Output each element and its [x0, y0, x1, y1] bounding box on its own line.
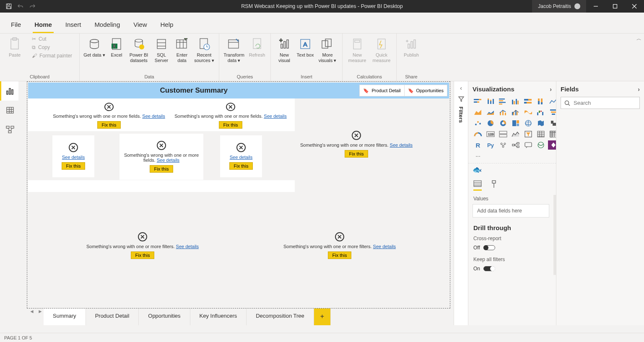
- slicer-icon[interactable]: [523, 130, 534, 139]
- fix-this-button[interactable]: Fix this: [150, 165, 174, 173]
- copy-button[interactable]: ⧉Copy: [30, 44, 74, 51]
- bookmark-opportunities[interactable]: 🔖Opportunities: [405, 85, 447, 96]
- see-details-link[interactable]: See details: [390, 142, 413, 148]
- hundred-column-icon[interactable]: [535, 97, 546, 106]
- decomposition-tree-icon[interactable]: [510, 140, 521, 150]
- visual-error-4[interactable]: ✕ Something's wrong with one or more fie…: [119, 134, 203, 180]
- visual-error-2[interactable]: ✕ Something's wrong with one or more fie…: [170, 100, 291, 131]
- fields-tab[interactable]: [473, 180, 482, 191]
- sql-server-button[interactable]: SQL Server: [152, 35, 171, 63]
- arcgis-icon[interactable]: [535, 140, 546, 150]
- see-details-link[interactable]: See details: [230, 155, 252, 160]
- kpi-icon[interactable]: [510, 130, 521, 139]
- filled-map-icon[interactable]: [535, 119, 546, 128]
- text-box-button[interactable]: AText box: [296, 35, 314, 58]
- menu-view[interactable]: View: [127, 17, 153, 33]
- new-measure-button[interactable]: New measure: [346, 35, 369, 63]
- visual-error-5[interactable]: ✕ See details Fix this: [220, 135, 262, 177]
- map-icon[interactable]: [523, 119, 534, 128]
- r-visual-icon[interactable]: R: [473, 140, 483, 150]
- clustered-bar-icon[interactable]: [498, 97, 509, 106]
- excel-button[interactable]: XExcel: [107, 35, 126, 58]
- multi-row-card-icon[interactable]: [498, 130, 509, 139]
- redo-icon[interactable]: [29, 3, 35, 9]
- paste-button[interactable]: Paste: [3, 35, 26, 58]
- key-influencers-icon[interactable]: [498, 140, 509, 150]
- menu-file[interactable]: File: [4, 17, 28, 33]
- line-stacked-column-icon[interactable]: [498, 108, 509, 117]
- visual-error-1[interactable]: ✕ Something's wrong with one or more fie…: [48, 100, 170, 131]
- python-visual-icon[interactable]: Py: [485, 140, 496, 150]
- stacked-column-icon[interactable]: [485, 97, 496, 106]
- enter-data-button[interactable]: +Enter data: [173, 35, 191, 63]
- search-input[interactable]: [574, 100, 644, 106]
- report-canvas[interactable]: Customer Summary 🔖Product Detail 🔖Opport…: [27, 81, 450, 308]
- pbi-datasets-button[interactable]: Power BI datasets: [127, 35, 150, 63]
- publish-button[interactable]: Publish: [400, 35, 423, 58]
- gauge-icon[interactable]: [473, 130, 483, 139]
- transform-data-button[interactable]: Transform data ▾: [223, 35, 245, 63]
- line-clustered-column-icon[interactable]: [510, 108, 521, 117]
- donut-icon[interactable]: [498, 119, 509, 128]
- get-data-button[interactable]: Get data ▾: [83, 35, 106, 58]
- format-tab[interactable]: [490, 180, 498, 191]
- scatter-icon[interactable]: [473, 119, 483, 128]
- waterfall-icon[interactable]: [535, 108, 546, 117]
- collapse-ribbon-icon[interactable]: ︿: [636, 35, 641, 42]
- fix-this-button[interactable]: Fix this: [229, 162, 253, 170]
- user-account[interactable]: Jacob Petraitis: [532, 0, 586, 13]
- area-chart-icon[interactable]: [473, 108, 483, 117]
- treemap-icon[interactable]: [510, 119, 521, 128]
- maximize-button[interactable]: [605, 0, 625, 13]
- cut-button[interactable]: ✂Cut: [30, 35, 74, 43]
- fields-search[interactable]: [561, 97, 640, 109]
- more-visuals-button[interactable]: More visuals ▾: [316, 35, 339, 63]
- see-details-link[interactable]: See details: [373, 244, 396, 249]
- visual-error-3[interactable]: ✕ See details Fix this: [52, 135, 94, 177]
- see-details-link[interactable]: See details: [142, 114, 165, 119]
- page-prev-button[interactable]: ◄: [27, 308, 35, 325]
- close-button[interactable]: [625, 0, 644, 13]
- data-view-button[interactable]: [0, 101, 18, 120]
- chevron-left-icon[interactable]: ‹: [460, 85, 462, 91]
- add-page-button[interactable]: +: [314, 308, 331, 325]
- pie-icon[interactable]: [485, 119, 496, 128]
- minimize-button[interactable]: [586, 0, 605, 13]
- page-tab-summary[interactable]: Summary: [44, 308, 86, 325]
- visual-error-7[interactable]: ✕ Something's wrong with one or more fil…: [82, 228, 203, 264]
- ribbon-chart-icon[interactable]: [523, 108, 534, 117]
- fix-this-button[interactable]: Fix this: [97, 121, 121, 129]
- recent-sources-button[interactable]: Recent sources ▾: [193, 35, 216, 63]
- stacked-area-icon[interactable]: [485, 108, 496, 117]
- menu-modeling[interactable]: Modeling: [88, 17, 127, 33]
- menu-help[interactable]: Help: [154, 17, 180, 33]
- format-painter-button[interactable]: 🖌Format painter: [30, 52, 74, 60]
- see-details-link[interactable]: See details: [157, 158, 179, 163]
- fix-this-button[interactable]: Fix this: [345, 150, 369, 158]
- model-view-button[interactable]: [0, 120, 18, 139]
- bookmark-product-detail[interactable]: 🔖Product Detail: [360, 85, 404, 96]
- undo-icon[interactable]: [18, 3, 23, 9]
- menu-home[interactable]: Home: [28, 17, 59, 33]
- card-icon[interactable]: 123: [485, 130, 496, 139]
- new-visual-button[interactable]: +New visual: [274, 35, 294, 63]
- clustered-column-icon[interactable]: [510, 97, 521, 106]
- values-well[interactable]: Add data fields here: [473, 204, 549, 218]
- visual-error-8[interactable]: ✕ Something's wrong with one or more fil…: [279, 228, 400, 264]
- quick-measure-button[interactable]: Quick measure: [370, 35, 393, 63]
- menu-insert[interactable]: Insert: [59, 17, 88, 33]
- save-icon[interactable]: [6, 3, 12, 9]
- fix-this-button[interactable]: Fix this: [219, 121, 243, 129]
- see-details-link[interactable]: See details: [176, 244, 199, 249]
- table-icon[interactable]: [535, 130, 546, 139]
- more-visuals-ellipsis[interactable]: ···: [473, 151, 483, 161]
- page-tab-opportunities[interactable]: Opportunities: [139, 308, 190, 325]
- qa-visual-icon[interactable]: [523, 140, 534, 150]
- page-next-button[interactable]: ►: [35, 308, 44, 325]
- page-tab-key-influencers[interactable]: Key Influencers: [190, 308, 247, 325]
- custom-visual-fish-icon[interactable]: 🐟: [468, 163, 556, 179]
- cross-report-toggle[interactable]: Off: [468, 244, 553, 254]
- fix-this-button[interactable]: Fix this: [131, 251, 155, 259]
- visual-error-6[interactable]: ✕ Something's wrong with one or more fil…: [296, 126, 417, 162]
- see-details-link[interactable]: See details: [264, 114, 286, 119]
